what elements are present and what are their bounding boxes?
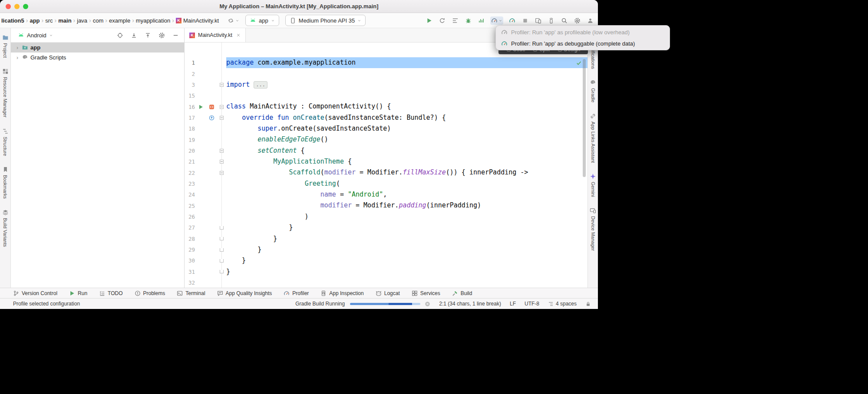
code-line-19[interactable]: 19 enableEdgeToEdge(): [185, 134, 587, 145]
line-number[interactable]: 16: [185, 104, 195, 110]
fold-marker[interactable]: [220, 237, 224, 240]
profiler-button[interactable]: [490, 16, 503, 25]
line-number[interactable]: 2: [185, 71, 195, 77]
tool-button-project[interactable]: Project: [2, 34, 9, 58]
device-selector[interactable]: Medium Phone API 35: [285, 15, 366, 26]
code-line-26[interactable]: 26 ): [185, 211, 587, 222]
line-number[interactable]: 27: [185, 224, 195, 231]
tool-button-app-inspection[interactable]: App Inspection: [320, 290, 363, 296]
folded-region[interactable]: ...: [254, 81, 267, 89]
minimize-window-button[interactable]: [14, 4, 20, 9]
line-number[interactable]: 17: [185, 115, 195, 121]
expand-chevron-icon[interactable]: ›: [15, 55, 20, 61]
code-editor[interactable]: 1package com.example.myapplication23impo…: [185, 43, 587, 288]
code-line-27[interactable]: 27 }: [185, 222, 587, 233]
line-number[interactable]: 3: [185, 82, 195, 88]
expand-chevron-icon[interactable]: ›: [15, 45, 20, 51]
locate-button[interactable]: [116, 31, 124, 39]
tab-mainactivity[interactable]: K MainActivity.kt: [185, 28, 246, 42]
line-number[interactable]: 18: [185, 125, 195, 132]
code-line-1[interactable]: 1package com.example.myapplication: [185, 57, 587, 68]
code-line-17[interactable]: 17 override fun onCreate(savedInstanceSt…: [185, 112, 587, 123]
run-with-coverage-button[interactable]: [477, 16, 485, 25]
chevron-down-icon[interactable]: [49, 33, 53, 37]
fold-marker[interactable]: [220, 226, 224, 230]
code-line-28[interactable]: 28 }: [185, 233, 587, 244]
apply-code-changes-button[interactable]: [451, 16, 459, 25]
line-number[interactable]: 21: [185, 158, 195, 165]
fold-marker[interactable]: [220, 116, 224, 120]
fold-marker[interactable]: [220, 259, 224, 263]
tool-button-profiler[interactable]: Profiler: [284, 290, 309, 296]
profile-low-overhead-button[interactable]: [508, 16, 516, 25]
tool-button-logcat[interactable]: Logcat: [376, 290, 400, 296]
tool-button-build-variants[interactable]: Build Variants: [2, 209, 9, 247]
line-number[interactable]: 32: [185, 279, 195, 286]
tool-button-gradle[interactable]: Gradle: [590, 79, 596, 102]
collapse-all-button[interactable]: [144, 31, 152, 39]
lock-icon[interactable]: [585, 301, 591, 307]
indent-indicator[interactable]: 4 spaces: [548, 301, 577, 307]
line-number[interactable]: 15: [185, 92, 195, 99]
settings-button[interactable]: [158, 31, 166, 39]
line-number[interactable]: 28: [185, 236, 195, 242]
compose-gutter-icon[interactable]: [209, 104, 215, 110]
tool-button-app-quality-insights[interactable]: App Quality Insights: [217, 290, 272, 296]
line-number[interactable]: 24: [185, 191, 195, 198]
code-line-31[interactable]: 31}: [185, 266, 587, 277]
breadcrumb-lication5[interactable]: lication5: [1, 17, 24, 24]
run-gutter-icon[interactable]: [198, 104, 204, 110]
editor-scrollbar[interactable]: [583, 59, 586, 177]
breadcrumb-com[interactable]: com: [93, 17, 104, 24]
line-number[interactable]: 23: [185, 181, 195, 187]
stop-button[interactable]: [521, 16, 529, 25]
code-line-3[interactable]: 3import ...: [185, 79, 587, 90]
caret-position[interactable]: 2:1 (34 chars, 1 line break): [439, 301, 501, 307]
code-line-22[interactable]: 22 Scaffold(modifier = Modifier.fillMaxS…: [185, 167, 587, 178]
hide-button[interactable]: [172, 31, 180, 39]
encoding-indicator[interactable]: UTF-8: [525, 301, 539, 307]
tool-button-app-links-assistant[interactable]: App Links Assistant: [590, 113, 596, 163]
project-view-selector[interactable]: Android: [27, 32, 46, 39]
code-line-2[interactable]: 2: [185, 68, 587, 79]
fold-marker[interactable]: [220, 83, 224, 87]
tool-button-run[interactable]: Run: [69, 290, 87, 296]
breadcrumb-example[interactable]: example: [109, 17, 130, 24]
line-number[interactable]: 19: [185, 137, 195, 143]
zoom-window-button[interactable]: [23, 4, 28, 9]
tree-item-gradle-scripts[interactable]: ›Gradle Scripts: [11, 53, 184, 62]
line-number[interactable]: 1: [185, 59, 195, 66]
line-number[interactable]: 26: [185, 213, 195, 220]
breadcrumb-app[interactable]: app: [30, 17, 40, 24]
tool-button-bookmarks[interactable]: Bookmarks: [2, 166, 9, 199]
tool-button-build[interactable]: Build: [452, 290, 472, 296]
breadcrumb-mainactivity-kt[interactable]: KMainActivity.kt: [176, 17, 219, 24]
line-number[interactable]: 25: [185, 203, 195, 209]
line-number[interactable]: 20: [185, 148, 195, 154]
tree-item-app[interactable]: ›app: [11, 43, 184, 53]
recent-configurations-button[interactable]: [228, 17, 239, 24]
device-mirroring-button[interactable]: [534, 16, 542, 25]
tool-button-device-manager[interactable]: Device Manager: [590, 207, 596, 251]
tool-button-services[interactable]: Services: [412, 290, 440, 296]
run-config-selector[interactable]: app: [245, 15, 279, 26]
expand-all-button[interactable]: [130, 31, 138, 39]
code-line-21[interactable]: 21 MyApplicationTheme {: [185, 156, 587, 167]
fold-marker[interactable]: [220, 248, 224, 252]
tool-button-problems[interactable]: Problems: [135, 290, 165, 296]
code-line-25[interactable]: 25 modifier = Modifier.padding(innerPadd…: [185, 200, 587, 211]
line-number[interactable]: 30: [185, 257, 195, 264]
fold-marker[interactable]: [220, 171, 224, 175]
code-line-30[interactable]: 30 }: [185, 255, 587, 266]
tool-button-gemini[interactable]: Gemini: [590, 173, 596, 197]
debug-button[interactable]: [464, 16, 472, 25]
fold-marker[interactable]: [220, 105, 224, 109]
code-line-32[interactable]: 32: [185, 277, 587, 288]
tool-button-terminal[interactable]: Terminal: [177, 290, 205, 296]
code-line-20[interactable]: 20 setContent {: [185, 145, 587, 156]
code-line-24[interactable]: 24 name = "Android",: [185, 189, 587, 200]
settings-button[interactable]: [573, 16, 581, 25]
close-icon[interactable]: [236, 33, 241, 38]
profiler-menu-item-0[interactable]: Profiler: Run 'app' as profileable (low …: [496, 26, 670, 38]
line-ending-indicator[interactable]: LF: [510, 301, 516, 307]
